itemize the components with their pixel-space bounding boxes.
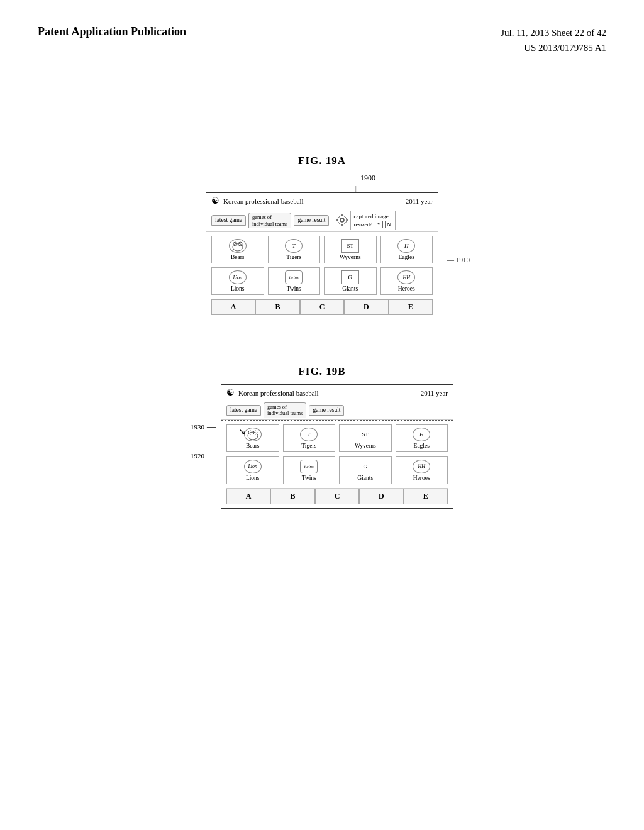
nav-btn-a[interactable]: A [211,299,255,315]
fig19b-giants-icon: G [357,460,374,473]
fig19b-logo-icon: ☯ [226,387,235,398]
team-bears[interactable]: Bears [211,236,264,263]
patent-meta: Jul. 11, 2013 Sheet 22 of 42 US 2013/017… [501,25,606,55]
nav-btn-e[interactable]: E [389,299,433,315]
fig19a-topbar: ☯ Korean professional baseball 2011 year [206,193,438,209]
figure-19b-container: FIG. 19B 1930 — 1920 — [38,354,606,508]
team-wyverns[interactable]: ST Wyverns [324,236,377,263]
fig19b-eagles-label: Eagles [414,443,430,449]
team-heroes[interactable]: HH Heroes [380,267,433,295]
resized-y: Y [375,221,383,228]
fig19a-topbar-left: ☯ Korean professional baseball [211,196,304,206]
fig19b-topbar: ☯ Korean professional baseball 2011 year [221,385,453,401]
wyverns-label: Wyverns [340,254,361,260]
team-giants[interactable]: G Giants [324,267,377,295]
tigers-icon: T [285,239,303,253]
fig19b-year: 2011 year [421,389,448,397]
team-tigers[interactable]: T Tigers [268,236,321,263]
fig19b-heroes-label: Heroes [413,475,430,481]
nav-btn-b[interactable]: B [255,299,299,315]
fig19b-bears-label: Bears [246,443,260,449]
team-lions[interactable]: Lion Lions [211,267,264,295]
fig19a-settings-icon[interactable] [336,214,348,227]
fig19a-year: 2011 year [406,197,433,205]
bears-icon [229,239,247,253]
svg-point-0 [340,218,344,222]
heroes-icon: HH [397,270,415,284]
fig19a-tabs: latest game games of individual teams ga… [206,209,438,232]
team-twins[interactable]: twins Twins [268,267,321,295]
fig19b-tab-result[interactable]: game result [309,405,344,415]
fig19a-mockup: ☯ Korean professional baseball 2011 year… [206,192,438,319]
fig19a-mockup-wrapper: ☯ Korean professional baseball 2011 year… [206,192,438,319]
fig19b-team-heroes[interactable]: HH Heroes [396,456,448,484]
resized-n: N [385,221,393,228]
fig19b-team-twins[interactable]: twins Twins [283,456,336,484]
fig19b-tigers-label: Tigers [301,443,316,449]
fig19b-topbar-left: ☯ Korean professional baseball [226,387,319,398]
fig19b-tabs: latest game games of individual teams ga… [221,401,453,419]
patent-number: US 2013/0179785 A1 [501,40,606,55]
capture-label: captured image [353,213,392,221]
tigers-label: Tigers [286,254,301,260]
fig19b-nav-btn-c[interactable]: C [315,489,359,504]
fig19b-tab-games[interactable]: games of individual teams [264,402,306,418]
fig19b-team-lions[interactable]: Lion Lions [226,456,279,484]
ref-1910: — 1910 [447,256,470,263]
fig19a-teams-row2: Lion Lions twins Twins G Giants [206,267,438,299]
fig19b-nav-btn-a[interactable]: A [226,489,270,504]
fig19b-wrapper: 1930 — 1920 — ☯ Korean professional base… [191,384,453,508]
fig19b-tigers-icon: T [300,428,318,441]
nav-btn-c[interactable]: C [300,299,344,315]
fig19b-nav-btn-d[interactable]: D [359,489,403,504]
fig19b-app-title: Korean professional baseball [238,389,319,397]
nav-btn-d[interactable]: D [344,299,388,315]
svg-point-6 [233,243,243,251]
fig19b-bottom-nav: A B C D E [226,488,448,504]
fig19b-team-bears[interactable]: ↘ Bears [226,424,279,452]
fig19b-eagles-icon: H [413,428,430,441]
heroes-label: Heroes [398,285,415,292]
svg-point-1 [338,216,347,224]
fig19b-tab-latest[interactable]: latest game [226,405,261,415]
fig19b-wyverns-icon: ST [357,428,374,441]
eagles-label: Eagles [399,254,414,260]
fig19b-teams-row1: ↘ Bears T [221,421,453,456]
fig19b-bears-icon [244,428,262,441]
fig19b-team-wyverns[interactable]: ST Wyverns [339,424,392,452]
fig19b-mockup-container: ☯ Korean professional baseball 2011 year… [221,384,453,508]
fig19b-side-labels: 1930 — 1920 — [191,384,216,473]
lions-label: Lions [231,285,245,292]
fig19b-teams-row2: Lion Lions twins Twins G Giants [221,456,453,488]
fig19b-lions-icon: Lion [244,460,262,473]
eagles-icon: H [397,239,415,253]
fig19a-divider [38,331,606,331]
team-eagles[interactable]: H Eagles [380,236,433,263]
fig19b-team-giants[interactable]: G Giants [339,456,392,484]
bears-label: Bears [231,254,245,260]
fig19a-tab-games[interactable]: games of individual teams [248,213,291,228]
fig19b-nav-btn-e[interactable]: E [404,489,448,504]
fig19a-logo-icon: ☯ [211,196,219,206]
twins-label: Twins [287,285,301,292]
fig19b-team-tigers[interactable]: T Tigers [283,424,336,452]
fig19b-ref-1920: 1920 — [191,451,216,461]
patent-header: Patent Application Publication Jul. 11, … [0,0,644,68]
fig19a-bottom-nav: A B C D E [211,299,433,315]
fig19b-lions-label: Lions [246,475,260,481]
twins-icon: twins [285,270,303,284]
fig19b-nav-btn-b[interactable]: B [270,489,314,504]
fig19b-label: FIG. 19B [298,365,345,378]
main-content: FIG. 19A 1900 | ☯ Korean professional ba… [0,143,644,509]
fig19b-mockup: ☯ Korean professional baseball 2011 year… [221,384,453,508]
fig19a-label: FIG. 19A [298,155,346,167]
resized-options: resized? Y N [353,221,392,229]
fig19a-capture-options: captured image resized? Y N [350,211,396,230]
giants-label: Giants [342,285,358,292]
fig19a-tab-result[interactable]: game result [294,215,329,225]
fig19b-wyverns-label: Wyverns [355,443,376,449]
fig19a-tab-latest[interactable]: latest game [211,215,246,225]
fig19a-app-title: Korean professional baseball [223,197,304,205]
fig19b-team-eagles[interactable]: H Eagles [396,424,448,452]
fig19b-giants-label: Giants [357,475,373,481]
